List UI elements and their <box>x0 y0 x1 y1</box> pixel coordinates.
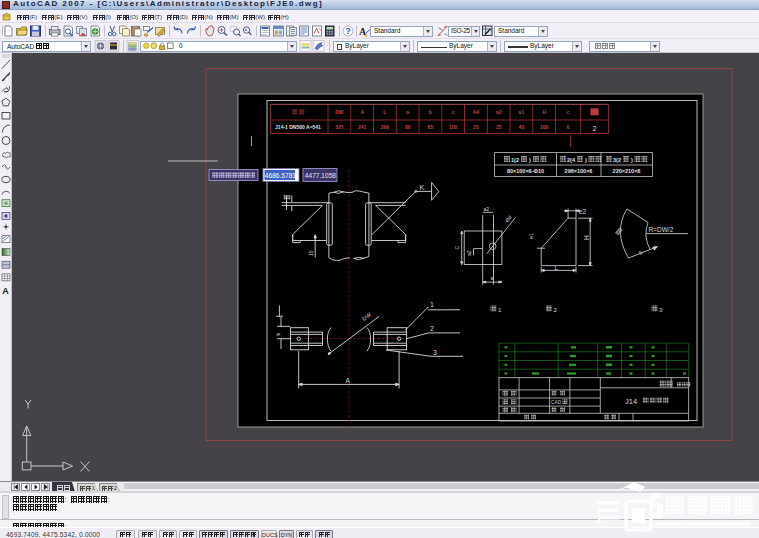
svg-text:241: 241 <box>358 124 367 130</box>
svg-text:a1: a1 <box>519 109 525 115</box>
svg-text:A4: A4 <box>473 109 480 115</box>
svg-text:H: H <box>583 235 590 240</box>
svg-text:): ) <box>529 157 531 163</box>
svg-text:J14: J14 <box>625 397 637 406</box>
svg-text:C: C <box>454 246 460 250</box>
svg-text:?: ? <box>345 26 351 36</box>
svg-text:86: 86 <box>405 124 411 130</box>
svg-text:2: 2 <box>430 325 434 332</box>
svg-text:2: 2 <box>593 125 597 132</box>
svg-text:4686.5781: 4686.5781 <box>265 172 297 179</box>
svg-text:a2: a2 <box>484 206 490 212</box>
svg-text:25: 25 <box>496 124 502 130</box>
svg-text:R=DW/2: R=DW/2 <box>649 226 674 233</box>
svg-text:c: c <box>567 109 570 115</box>
svg-text:4477.1058: 4477.1058 <box>305 172 337 179</box>
svg-text:A: A <box>2 286 9 296</box>
svg-text:1(2: 1(2 <box>511 157 519 163</box>
svg-text:15: 15 <box>308 250 314 256</box>
svg-text:296×100×6: 296×100×6 <box>565 168 593 174</box>
svg-text:b: b <box>429 109 432 115</box>
svg-text:CAD: CAD <box>551 400 562 405</box>
svg-text:a2: a2 <box>466 250 472 256</box>
svg-text:2(4: 2(4 <box>567 157 576 163</box>
svg-text:e1: e1 <box>528 233 534 239</box>
svg-text:): ) <box>585 157 587 163</box>
svg-text:325: 325 <box>335 124 344 130</box>
svg-text:): ) <box>631 157 633 163</box>
svg-text:c: c <box>452 109 455 115</box>
svg-text:L: L <box>383 109 386 115</box>
svg-text:K: K <box>420 183 425 192</box>
svg-text:a: a <box>490 275 493 281</box>
svg-text:b: b <box>275 333 281 336</box>
svg-text:6: 6 <box>567 124 570 130</box>
svg-text:40: 40 <box>519 124 525 130</box>
svg-text:3: 3 <box>433 349 437 356</box>
svg-text:DW: DW <box>335 109 344 115</box>
svg-text:A: A <box>360 109 364 115</box>
svg-text:J14-1 DN500 A=541: J14-1 DN500 A=541 <box>275 124 321 130</box>
svg-text:A: A <box>346 377 351 384</box>
svg-text:H: H <box>542 109 546 115</box>
svg-text:a: a <box>406 109 409 115</box>
svg-text:296: 296 <box>381 124 390 130</box>
svg-text:100: 100 <box>540 124 549 130</box>
svg-text:a2: a2 <box>496 109 502 115</box>
svg-text:e2: e2 <box>579 208 587 215</box>
svg-text:220×210×8: 220×210×8 <box>613 168 641 174</box>
svg-text:1: 1 <box>430 301 434 308</box>
svg-text:3(2: 3(2 <box>613 157 621 163</box>
svg-text:100: 100 <box>449 124 458 130</box>
svg-text:80×100×6-Φ10: 80×100×6-Φ10 <box>507 168 544 174</box>
svg-text:85: 85 <box>428 124 434 130</box>
svg-text:25: 25 <box>473 124 479 130</box>
